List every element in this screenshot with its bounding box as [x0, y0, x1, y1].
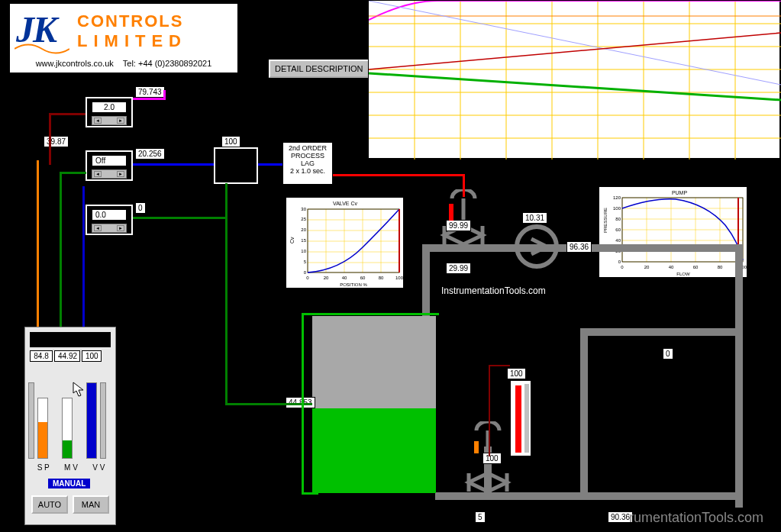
controller-faceplate: 84.8 44.92 100 S P M V V V MANUAL AUTO M…: [24, 327, 116, 525]
svg-text:40: 40: [669, 265, 674, 269]
ctrl-val-2: Off: [92, 155, 127, 166]
svg-line-15: [369, 1, 781, 85]
svg-rect-31: [308, 209, 399, 272]
readout-100: 100: [221, 136, 240, 147]
svg-text:60: 60: [693, 265, 699, 269]
mv-label: M V: [64, 463, 78, 472]
lag-block: 2nd ORDER PROCESS LAG 2 x 1.0 sec.: [282, 142, 333, 185]
svg-text:POSITION %: POSITION %: [340, 282, 367, 287]
svg-text:80: 80: [718, 265, 723, 269]
svg-text:PRESSURE: PRESSURE: [603, 208, 608, 233]
inc-3[interactable]: ►: [117, 225, 124, 231]
readout-valve-up: 99.99: [446, 220, 471, 231]
ctrl-val-1: 2.0: [92, 102, 127, 113]
svg-text:40: 40: [342, 276, 347, 280]
readout-valve-dn: 29.99: [446, 263, 471, 274]
valve2-indicator: [474, 441, 479, 453]
readout-20-256: 20.256: [135, 148, 165, 160]
svg-text:60: 60: [615, 227, 621, 232]
svg-text:0: 0: [618, 260, 621, 264]
svg-text:20: 20: [301, 227, 306, 232]
mv-value: 44.92: [54, 350, 80, 362]
ctrl-block-2[interactable]: Off ◄►: [86, 150, 133, 181]
svg-text:20: 20: [644, 265, 650, 269]
mv-bar-track[interactable]: [62, 398, 73, 459]
svg-text:60: 60: [360, 276, 366, 280]
readout-pump-in: 10.31: [522, 212, 547, 224]
svg-text:30: 30: [301, 207, 306, 211]
valve-cv-chart: VALVE Cv Cv POSITION % 051015202530 0204…: [286, 197, 404, 289]
svg-text:80: 80: [379, 276, 384, 280]
ctrl-val-3: 0.0: [92, 209, 127, 221]
inc-1[interactable]: ►: [117, 118, 124, 124]
watermark-1: InstrumentationTools.com: [441, 285, 546, 296]
dec-3[interactable]: ◄: [94, 225, 102, 231]
svg-text:40: 40: [615, 238, 621, 243]
svg-point-82: [517, 227, 557, 266]
vv-label: V V: [92, 463, 105, 472]
dec-2[interactable]: ◄: [94, 171, 102, 177]
pipe-down1: [422, 244, 430, 321]
ctrl-block-3[interactable]: 0.0 ◄►: [86, 205, 133, 235]
inc-2[interactable]: ►: [117, 171, 124, 177]
readout-39-87: 39.87: [44, 136, 69, 147]
mode-indicator: MANUAL: [48, 479, 90, 488]
svg-text:100: 100: [395, 276, 404, 280]
svg-text:120: 120: [613, 195, 621, 200]
readout-pump-out: 96.36: [566, 241, 592, 253]
svg-text:5: 5: [304, 260, 307, 264]
cursor-icon: [73, 382, 86, 398]
svg-text:80: 80: [615, 217, 621, 221]
sp-scrollbar[interactable]: [28, 382, 34, 459]
vv-bar-track[interactable]: [86, 382, 97, 459]
sp-value: 84.8: [30, 350, 53, 362]
svg-text:10: 10: [301, 249, 306, 253]
auto-button[interactable]: AUTO: [31, 495, 68, 514]
svg-text:0: 0: [621, 265, 624, 269]
svg-text:PUMP: PUMP: [672, 190, 688, 195]
vv-scrollbar[interactable]: [100, 382, 106, 459]
pipe-right-vert: [735, 244, 743, 508]
svg-text:0: 0: [306, 276, 309, 280]
pump-chart: PUMP PRESSURE FLOW 020406080100120 02040…: [599, 186, 747, 278]
logo-url: www.jkcontrols.co.uk: [36, 59, 114, 68]
svg-text:15: 15: [301, 238, 306, 243]
ctrl-block-1[interactable]: 2.0 ◄►: [86, 97, 133, 127]
tank: [312, 316, 436, 493]
svg-line-16: [369, 33, 781, 69]
pipe-branch-right: [580, 328, 743, 336]
bargraph-fill: [515, 385, 521, 453]
detail-description-button[interactable]: DETAIL DESCRIPTION: [269, 60, 370, 78]
vv-value: 100: [82, 350, 102, 362]
sp-label: S P: [37, 463, 50, 472]
svg-text:Cv: Cv: [289, 237, 295, 243]
readout-79-743: 79.743: [135, 86, 165, 98]
trend-chart: [368, 0, 780, 159]
readout-lower-100a: 100: [507, 368, 526, 379]
dec-1[interactable]: ◄: [94, 118, 102, 124]
watermark-2: rumentationTools.com: [629, 510, 763, 526]
svg-text:VALVE Cv: VALVE Cv: [333, 201, 358, 206]
man-button[interactable]: MAN: [73, 495, 109, 514]
tank-level: [312, 408, 436, 493]
svg-text:100: 100: [613, 206, 621, 211]
readout-lower-5: 5: [475, 511, 486, 523]
logo-line1: CONTROLS: [77, 11, 187, 31]
summing-block: [214, 147, 258, 184]
sp-bar-track[interactable]: [37, 398, 48, 459]
svg-text:20: 20: [324, 276, 329, 280]
logo-line2: LIMITED: [77, 31, 187, 51]
pump-icon: [513, 223, 560, 270]
bargraph-panel: [510, 380, 531, 456]
logo-tel: Tel: +44 (0)2380892021: [123, 59, 212, 68]
bargraph-scale: [524, 384, 529, 453]
valve-indicator-red: [449, 204, 453, 221]
readout-right-0: 0: [663, 348, 673, 360]
svg-text:0: 0: [304, 270, 307, 275]
readout-0: 0: [135, 202, 146, 214]
svg-text:25: 25: [301, 217, 306, 221]
controller-display: [30, 332, 111, 347]
readout-lower-100b: 100: [482, 453, 502, 464]
svg-text:FLOW: FLOW: [676, 272, 690, 276]
